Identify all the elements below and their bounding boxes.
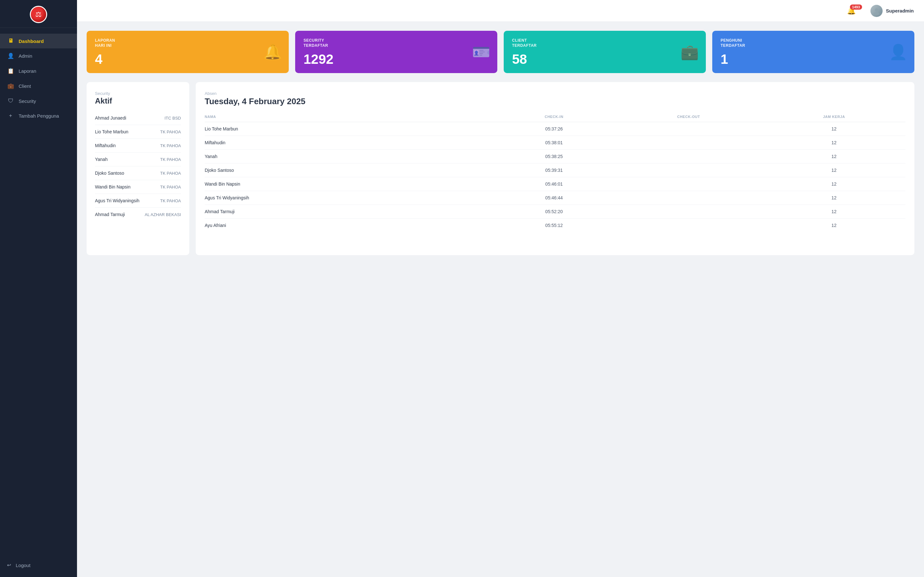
sidebar-item-client[interactable]: 💼 Client — [0, 79, 77, 93]
security-list-item: Wandi Bin Napsin TK PAHOA — [95, 180, 181, 194]
sidebar-item-label-client: Client — [19, 83, 31, 89]
security-icon: 🛡 — [7, 98, 14, 104]
absen-nama: Lio Tohe Marbun — [205, 122, 493, 136]
sidebar-item-label-admin: Admin — [19, 53, 32, 59]
svg-point-0 — [875, 8, 878, 11]
logout-button[interactable]: ↩ Logout — [7, 562, 70, 568]
security-list-item: Ahmad Junaedi ITC BSD — [95, 111, 181, 125]
main-content: 🔔 1493 Superadmin LAPORANHARI INI 4 🔔 SE… — [77, 0, 924, 577]
security-location: TK PAHOA — [160, 171, 181, 176]
absen-nama: Agus Tri Widyaningsih — [205, 191, 493, 205]
stat-label-penghuni-terdaftar: PENGHUNITERDAFTAR — [720, 38, 906, 48]
security-location: TK PAHOA — [160, 157, 181, 162]
security-name: Djoko Santoso — [95, 171, 124, 176]
stat-icon-client-terdaftar: 💼 — [680, 43, 699, 61]
absen-checkin: 05:39:31 — [493, 163, 615, 177]
logo-inner: ⚖ — [31, 7, 46, 22]
sidebar-bottom: ↩ Logout — [0, 556, 77, 577]
absen-checkout — [615, 136, 762, 150]
stat-value-client-terdaftar: 58 — [512, 53, 698, 66]
notification-button[interactable]: 🔔 1493 — [847, 7, 856, 15]
absen-row: Miftahudin 05:38:01 12 — [205, 136, 905, 150]
stat-value-security-terdaftar: 1292 — [304, 53, 489, 66]
stat-icon-laporan-hari-ini: 🔔 — [263, 43, 282, 61]
absen-jamkerja: 12 — [762, 191, 905, 205]
absen-checkout — [615, 219, 762, 232]
absen-row: Yanah 05:38:25 12 — [205, 150, 905, 163]
sidebar-item-tambah-pengguna[interactable]: + Tambah Pengguna — [0, 108, 77, 123]
sidebar-item-label-tambah-pengguna: Tambah Pengguna — [19, 113, 59, 119]
security-list-item: Yanah TK PAHOA — [95, 153, 181, 166]
security-name: Agus Tri Widyaningsih — [95, 198, 140, 203]
stat-label-client-terdaftar: CLIENTTERDAFTAR — [512, 38, 698, 48]
security-panel-title: Aktif — [95, 97, 181, 105]
security-list-item: Lio Tohe Marbun TK PAHOA — [95, 125, 181, 139]
absen-row: Wandi Bin Napsin 05:46:01 12 — [205, 177, 905, 191]
absen-checkin: 05:55:12 — [493, 219, 615, 232]
absen-jamkerja: 12 — [762, 205, 905, 219]
avatar — [871, 5, 883, 17]
absen-row: Agus Tri Widyaningsih 05:46:44 12 — [205, 191, 905, 205]
security-location: TK PAHOA — [160, 143, 181, 148]
absen-checkin: 05:52:20 — [493, 205, 615, 219]
security-location: ITC BSD — [165, 116, 181, 121]
sidebar-item-admin[interactable]: 👤 Admin — [0, 48, 77, 63]
header: 🔔 1493 Superadmin — [77, 0, 924, 22]
tambah-pengguna-icon: + — [7, 113, 14, 119]
stat-card-laporan-hari-ini: LAPORANHARI INI 4 🔔 — [87, 31, 289, 73]
logo-circle: ⚖ — [30, 6, 47, 23]
absen-checkout — [615, 177, 762, 191]
absen-checkin: 05:38:01 — [493, 136, 615, 150]
sidebar-item-dashboard[interactable]: 🖥 Dashboard — [0, 34, 77, 48]
absen-col-nama: NAMA — [205, 113, 493, 122]
stat-cards: LAPORANHARI INI 4 🔔 SECURITYTERDAFTAR 12… — [87, 31, 914, 73]
client-icon: 💼 — [7, 83, 14, 89]
stat-card-client-terdaftar: CLIENTTERDAFTAR 58 💼 — [504, 31, 706, 73]
absen-checkin: 05:46:44 — [493, 191, 615, 205]
laporan-icon: 📋 — [7, 68, 14, 74]
absen-checkin: 05:37:26 — [493, 122, 615, 136]
stat-value-penghuni-terdaftar: 1 — [720, 53, 906, 66]
security-location: AL AZHAR BEKASI — [145, 212, 181, 217]
stat-card-security-terdaftar: SECURITYTERDAFTAR 1292 🪪 — [295, 31, 497, 73]
absen-jamkerja: 12 — [762, 219, 905, 232]
stat-label-laporan-hari-ini: LAPORANHARI INI — [95, 38, 280, 48]
logout-icon: ↩ — [7, 562, 11, 568]
absen-jamkerja: 12 — [762, 163, 905, 177]
sidebar-item-label-laporan: Laporan — [19, 68, 36, 74]
lower-panels: Security Aktif Ahmad Junaedi ITC BSD Lio… — [87, 82, 914, 255]
absen-checkin: 05:46:01 — [493, 177, 615, 191]
absen-jamkerja: 12 — [762, 150, 905, 163]
security-location: TK PAHOA — [160, 198, 181, 203]
absen-checkout — [615, 163, 762, 177]
admin-icon: 👤 — [7, 53, 14, 59]
security-panel-subtitle: Security — [95, 91, 181, 96]
absen-label: Absen — [205, 91, 905, 96]
absen-row: Lio Tohe Marbun 05:37:26 12 — [205, 122, 905, 136]
absen-col-checkout: CHECK-OUT — [615, 113, 762, 122]
security-aktif-panel: Security Aktif Ahmad Junaedi ITC BSD Lio… — [87, 82, 189, 255]
security-name: Yanah — [95, 157, 107, 162]
security-name: Miftahudin — [95, 143, 116, 148]
sidebar-item-laporan[interactable]: 📋 Laporan — [0, 63, 77, 79]
sidebar-item-security[interactable]: 🛡 Security — [0, 93, 77, 108]
sidebar-item-label-dashboard: Dashboard — [19, 39, 44, 44]
absen-table-header: NAMACHECK-INCHECK-OUTJAM KERJA — [205, 113, 905, 122]
user-name: Superadmin — [886, 8, 914, 13]
absen-checkout — [615, 150, 762, 163]
absen-checkout — [615, 205, 762, 219]
absen-panel: Absen Tuesday, 4 February 2025 NAMACHECK… — [196, 82, 914, 255]
absen-row: Djoko Santoso 05:39:31 12 — [205, 163, 905, 177]
security-location: TK PAHOA — [160, 129, 181, 134]
user-info[interactable]: Superadmin — [871, 5, 914, 17]
security-list-item: Ahmad Tarmuji AL AZHAR BEKASI — [95, 208, 181, 221]
sidebar-nav: 🖥 Dashboard 👤 Admin 📋 Laporan 💼 Client 🛡… — [0, 28, 77, 556]
security-list-item: Miftahudin TK PAHOA — [95, 139, 181, 153]
sidebar-item-label-security: Security — [19, 98, 36, 104]
security-name: Ahmad Tarmuji — [95, 212, 125, 217]
sidebar: ⚖ 🖥 Dashboard 👤 Admin 📋 Laporan 💼 Client… — [0, 0, 77, 577]
absen-nama: Wandi Bin Napsin — [205, 177, 493, 191]
security-list-item: Agus Tri Widyaningsih TK PAHOA — [95, 194, 181, 208]
absen-nama: Djoko Santoso — [205, 163, 493, 177]
absen-date: Tuesday, 4 February 2025 — [205, 97, 905, 106]
